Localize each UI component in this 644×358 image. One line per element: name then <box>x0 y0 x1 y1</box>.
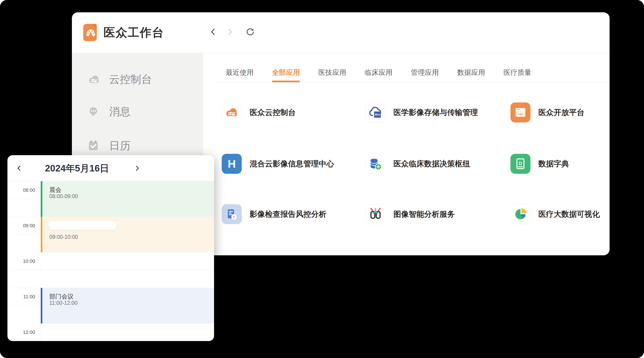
chevron-right-icon <box>133 165 141 172</box>
chevron-left-icon <box>16 165 23 172</box>
time-label: 08:00 <box>8 187 41 193</box>
app-label: 图像智能分析服务 <box>394 209 455 219</box>
tab-recent[interactable]: 最近使用 <box>226 68 254 82</box>
open-platform-icon: </> <box>510 102 530 122</box>
time-label: 10:00 <box>8 258 41 264</box>
app-category-tabs: 最近使用 全部应用 医技应用 临床应用 管理应用 数据应用 医疗质量 <box>226 68 532 82</box>
calendar-day-grid: 08:00 09:00 10:00 11:00 12:00 晨会 08:00-0… <box>8 181 214 341</box>
cloud-console-icon <box>87 73 101 86</box>
event-time-range: 11:00-12:00 <box>49 300 78 306</box>
nav-forward-button[interactable] <box>225 27 235 37</box>
tab-medical-quality[interactable]: 医疗质量 <box>504 68 532 82</box>
nav-refresh-button[interactable] <box>244 27 255 37</box>
lungs-ai-icon <box>366 204 386 224</box>
calendar-event-department-meeting[interactable]: 部门会议 11:00-12:00 <box>41 288 214 323</box>
grid-line <box>8 270 214 270</box>
app-label: 医众开放平台 <box>538 107 584 118</box>
nav-back-button[interactable] <box>208 27 218 37</box>
cloud-console-icon <box>222 102 242 122</box>
app-label: 医众临床数据决策枢纽 <box>394 159 470 169</box>
chevron-left-icon <box>208 27 218 37</box>
grid-line <box>8 252 214 253</box>
screenshot-canvas: 医众工作台 <box>0 0 644 358</box>
svg-text:D: D <box>519 161 522 166</box>
app-data-dictionary[interactable]: D 数据字典 <box>510 154 569 174</box>
calendar-next-day-button[interactable] <box>132 163 142 173</box>
mos-cloud-icon: Mos <box>366 102 386 122</box>
event-time-range: 09:00-10:00 <box>49 234 78 240</box>
calendar-icon <box>87 139 101 153</box>
window-header: 医众工作台 <box>72 12 610 53</box>
tab-clinical-apps[interactable]: 临床应用 <box>364 68 392 82</box>
sidebar-item-label: 消息 <box>109 105 130 119</box>
sidebar-item-messages[interactable]: 消息 <box>87 104 130 119</box>
chevron-right-icon <box>225 27 235 37</box>
data-dictionary-icon: D <box>510 154 530 174</box>
hybrid-cloud-icon: H <box>222 154 242 174</box>
clinical-data-hub-icon <box>366 154 386 174</box>
redacted-title-pill <box>49 221 117 230</box>
calendar-event-morning-meeting[interactable]: 晨会 08:00-09:00 <box>41 181 214 217</box>
svg-text:!: ! <box>233 215 235 219</box>
refresh-icon <box>244 27 255 37</box>
window-title: 医众工作台 <box>104 24 164 41</box>
app-label: 影像检查报告风控分析 <box>250 209 326 219</box>
app-logo-icon <box>83 24 97 41</box>
svg-text:</>: </> <box>518 112 523 116</box>
app-hybrid-cloud-imaging[interactable]: H 混合云影像信息管理中心 <box>222 154 334 174</box>
tabs-divider <box>214 82 607 82</box>
sidebar-item-cloud-console[interactable]: 云控制台 <box>87 72 152 87</box>
tab-medtech-apps[interactable]: 医技应用 <box>318 68 346 82</box>
time-label: 11:00 <box>8 294 41 299</box>
app-label: 医众云控制台 <box>250 107 296 118</box>
tab-all-apps[interactable]: 全部应用 <box>272 68 300 82</box>
app-image-ai-analysis[interactable]: 图像智能分析服务 <box>366 204 455 224</box>
calendar-panel: 2024年5月16日 08:00 09:00 10:00 11:00 12: <box>8 155 214 341</box>
app-report-risk-analysis[interactable]: ! 影像检查报告风控分析 <box>222 204 326 224</box>
report-risk-icon: ! <box>222 204 242 224</box>
grid-line <box>8 323 214 324</box>
calendar-prev-day-button[interactable] <box>14 163 24 173</box>
tab-management-apps[interactable]: 管理应用 <box>411 68 439 82</box>
time-label: 09:00 <box>8 223 41 228</box>
event-title: 部门会议 <box>49 293 74 301</box>
sidebar-item-calendar[interactable]: 日历 <box>87 139 130 153</box>
app-open-platform[interactable]: </> 医众开放平台 <box>510 102 584 122</box>
app-label: 数据字典 <box>538 159 569 169</box>
sidebar-item-label: 云控制台 <box>109 72 152 87</box>
app-image-storage-transfer[interactable]: Mos 医学影像存储与传输管理 <box>366 102 478 122</box>
svg-text:Mos: Mos <box>375 113 380 116</box>
calendar-date-label: 2024年5月16日 <box>45 155 109 181</box>
pie-chart-icon <box>510 204 530 224</box>
event-time-range: 08:00-09:00 <box>49 193 78 199</box>
letter-h-badge: H <box>228 158 236 170</box>
app-label: 混合云影像信息管理中心 <box>250 159 334 169</box>
app-cloud-console[interactable]: 医众云控制台 <box>222 102 296 122</box>
sidebar-item-label: 日历 <box>109 139 130 153</box>
app-label: 医疗大数据可视化 <box>538 209 600 219</box>
tab-data-apps[interactable]: 数据应用 <box>457 68 485 82</box>
app-clinical-data-hub[interactable]: 医众临床数据决策枢纽 <box>366 154 470 174</box>
time-label: 12:00 <box>8 330 41 335</box>
app-big-data-visualization[interactable]: 医疗大数据可视化 <box>510 204 600 224</box>
event-title: 晨会 <box>49 186 62 194</box>
calendar-header: 2024年5月16日 <box>8 155 214 181</box>
message-icon <box>87 105 101 119</box>
calendar-event-redacted[interactable]: 09:00-10:00 <box>41 217 214 252</box>
app-label: 医学影像存储与传输管理 <box>394 107 478 118</box>
